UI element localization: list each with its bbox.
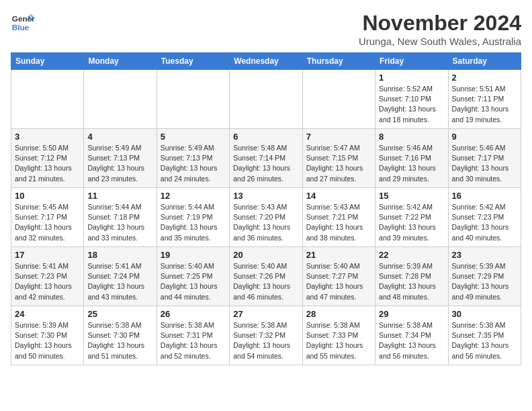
- day-number: 21: [306, 250, 371, 260]
- column-header-monday: Monday: [84, 53, 157, 70]
- day-info: Sunrise: 5:40 AMSunset: 7:27 PMDaylight:…: [306, 261, 371, 302]
- header-row: SundayMondayTuesdayWednesdayThursdayFrid…: [11, 53, 521, 70]
- calendar-cell: 7Sunrise: 5:47 AMSunset: 7:15 PMDaylight…: [302, 129, 375, 188]
- logo-icon: General Blue: [11, 11, 35, 35]
- calendar-cell: 2Sunrise: 5:51 AMSunset: 7:11 PMDaylight…: [448, 70, 521, 129]
- calendar-cell: 8Sunrise: 5:46 AMSunset: 7:16 PMDaylight…: [375, 129, 448, 188]
- week-row-5: 24Sunrise: 5:39 AMSunset: 7:30 PMDayligh…: [11, 306, 521, 365]
- calendar-cell: 15Sunrise: 5:42 AMSunset: 7:22 PMDayligh…: [375, 188, 448, 247]
- column-header-saturday: Saturday: [448, 53, 521, 70]
- day-number: 19: [161, 250, 226, 260]
- day-number: 16: [452, 191, 517, 201]
- day-number: 28: [306, 309, 371, 319]
- day-number: 11: [87, 191, 152, 201]
- day-info: Sunrise: 5:46 AMSunset: 7:16 PMDaylight:…: [379, 143, 444, 184]
- calendar-cell: [11, 70, 84, 129]
- calendar-cell: 29Sunrise: 5:38 AMSunset: 7:34 PMDayligh…: [375, 306, 448, 365]
- title-area: November 2024 Urunga, New South Wales, A…: [359, 11, 521, 47]
- calendar-cell: 9Sunrise: 5:46 AMSunset: 7:17 PMDaylight…: [448, 129, 521, 188]
- day-info: Sunrise: 5:40 AMSunset: 7:25 PMDaylight:…: [161, 261, 226, 302]
- day-info: Sunrise: 5:49 AMSunset: 7:13 PMDaylight:…: [161, 143, 226, 184]
- month-title: November 2024: [359, 11, 521, 36]
- day-number: 25: [87, 309, 152, 319]
- week-row-4: 17Sunrise: 5:41 AMSunset: 7:23 PMDayligh…: [11, 247, 521, 306]
- day-number: 20: [233, 250, 298, 260]
- day-number: 24: [15, 309, 80, 319]
- day-number: 13: [233, 191, 298, 201]
- day-number: 5: [161, 132, 226, 142]
- day-number: 4: [87, 132, 152, 142]
- day-number: 18: [87, 250, 152, 260]
- calendar-cell: 11Sunrise: 5:44 AMSunset: 7:18 PMDayligh…: [84, 188, 157, 247]
- calendar-cell: [230, 70, 302, 129]
- day-number: 3: [15, 132, 80, 142]
- calendar-cell: 17Sunrise: 5:41 AMSunset: 7:23 PMDayligh…: [11, 247, 84, 306]
- calendar-cell: 14Sunrise: 5:43 AMSunset: 7:21 PMDayligh…: [302, 188, 375, 247]
- day-number: 8: [379, 132, 444, 142]
- calendar-cell: 10Sunrise: 5:45 AMSunset: 7:17 PMDayligh…: [11, 188, 84, 247]
- calendar-cell: 6Sunrise: 5:48 AMSunset: 7:14 PMDaylight…: [230, 129, 302, 188]
- day-number: 10: [15, 191, 80, 201]
- day-info: Sunrise: 5:52 AMSunset: 7:10 PMDaylight:…: [379, 84, 444, 125]
- calendar-cell: 16Sunrise: 5:42 AMSunset: 7:23 PMDayligh…: [448, 188, 521, 247]
- column-header-friday: Friday: [375, 53, 448, 70]
- day-number: 17: [15, 250, 80, 260]
- calendar-table: SundayMondayTuesdayWednesdayThursdayFrid…: [11, 52, 521, 365]
- day-number: 23: [452, 250, 517, 260]
- day-number: 15: [379, 191, 444, 201]
- day-number: 26: [161, 309, 226, 319]
- day-number: 30: [452, 309, 517, 319]
- calendar-cell: 25Sunrise: 5:38 AMSunset: 7:30 PMDayligh…: [84, 306, 157, 365]
- calendar-cell: [84, 70, 157, 129]
- day-info: Sunrise: 5:38 AMSunset: 7:32 PMDaylight:…: [233, 320, 298, 361]
- logo: General Blue: [11, 11, 35, 35]
- svg-text:Blue: Blue: [12, 23, 30, 32]
- calendar-cell: 22Sunrise: 5:39 AMSunset: 7:28 PMDayligh…: [375, 247, 448, 306]
- day-info: Sunrise: 5:39 AMSunset: 7:29 PMDaylight:…: [452, 261, 517, 302]
- day-info: Sunrise: 5:51 AMSunset: 7:11 PMDaylight:…: [452, 84, 517, 125]
- day-info: Sunrise: 5:48 AMSunset: 7:14 PMDaylight:…: [233, 143, 298, 184]
- day-info: Sunrise: 5:43 AMSunset: 7:20 PMDaylight:…: [233, 202, 298, 243]
- day-number: 14: [306, 191, 371, 201]
- column-header-tuesday: Tuesday: [157, 53, 229, 70]
- day-info: Sunrise: 5:46 AMSunset: 7:17 PMDaylight:…: [452, 143, 517, 184]
- day-info: Sunrise: 5:45 AMSunset: 7:17 PMDaylight:…: [15, 202, 80, 243]
- day-info: Sunrise: 5:49 AMSunset: 7:13 PMDaylight:…: [87, 143, 152, 184]
- day-info: Sunrise: 5:42 AMSunset: 7:22 PMDaylight:…: [379, 202, 444, 243]
- calendar-cell: 13Sunrise: 5:43 AMSunset: 7:20 PMDayligh…: [230, 188, 302, 247]
- calendar-cell: 30Sunrise: 5:38 AMSunset: 7:35 PMDayligh…: [448, 306, 521, 365]
- calendar-cell: 26Sunrise: 5:38 AMSunset: 7:31 PMDayligh…: [157, 306, 229, 365]
- week-row-3: 10Sunrise: 5:45 AMSunset: 7:17 PMDayligh…: [11, 188, 521, 247]
- column-header-thursday: Thursday: [302, 53, 375, 70]
- day-number: 12: [161, 191, 226, 201]
- column-header-wednesday: Wednesday: [230, 53, 302, 70]
- calendar-cell: 24Sunrise: 5:39 AMSunset: 7:30 PMDayligh…: [11, 306, 84, 365]
- day-info: Sunrise: 5:44 AMSunset: 7:18 PMDaylight:…: [87, 202, 152, 243]
- day-number: 29: [379, 309, 444, 319]
- day-number: 9: [452, 132, 517, 142]
- calendar-cell: 12Sunrise: 5:44 AMSunset: 7:19 PMDayligh…: [157, 188, 229, 247]
- day-info: Sunrise: 5:38 AMSunset: 7:30 PMDaylight:…: [87, 320, 152, 361]
- column-header-sunday: Sunday: [11, 53, 84, 70]
- day-info: Sunrise: 5:38 AMSunset: 7:35 PMDaylight:…: [452, 320, 517, 361]
- calendar-cell: [157, 70, 229, 129]
- header: General Blue November 2024 Urunga, New S…: [11, 11, 521, 47]
- day-number: 22: [379, 250, 444, 260]
- calendar-cell: 19Sunrise: 5:40 AMSunset: 7:25 PMDayligh…: [157, 247, 229, 306]
- day-info: Sunrise: 5:39 AMSunset: 7:28 PMDaylight:…: [379, 261, 444, 302]
- calendar-cell: 18Sunrise: 5:41 AMSunset: 7:24 PMDayligh…: [84, 247, 157, 306]
- day-info: Sunrise: 5:43 AMSunset: 7:21 PMDaylight:…: [306, 202, 371, 243]
- day-info: Sunrise: 5:47 AMSunset: 7:15 PMDaylight:…: [306, 143, 371, 184]
- calendar-cell: 3Sunrise: 5:50 AMSunset: 7:12 PMDaylight…: [11, 129, 84, 188]
- day-info: Sunrise: 5:38 AMSunset: 7:31 PMDaylight:…: [161, 320, 226, 361]
- day-number: 1: [379, 73, 444, 83]
- calendar-cell: 21Sunrise: 5:40 AMSunset: 7:27 PMDayligh…: [302, 247, 375, 306]
- calendar-cell: 23Sunrise: 5:39 AMSunset: 7:29 PMDayligh…: [448, 247, 521, 306]
- day-info: Sunrise: 5:38 AMSunset: 7:33 PMDaylight:…: [306, 320, 371, 361]
- calendar-cell: 20Sunrise: 5:40 AMSunset: 7:26 PMDayligh…: [230, 247, 302, 306]
- day-info: Sunrise: 5:38 AMSunset: 7:34 PMDaylight:…: [379, 320, 444, 361]
- calendar-cell: 1Sunrise: 5:52 AMSunset: 7:10 PMDaylight…: [375, 70, 448, 129]
- day-info: Sunrise: 5:41 AMSunset: 7:24 PMDaylight:…: [87, 261, 152, 302]
- calendar-cell: 4Sunrise: 5:49 AMSunset: 7:13 PMDaylight…: [84, 129, 157, 188]
- calendar-cell: 28Sunrise: 5:38 AMSunset: 7:33 PMDayligh…: [302, 306, 375, 365]
